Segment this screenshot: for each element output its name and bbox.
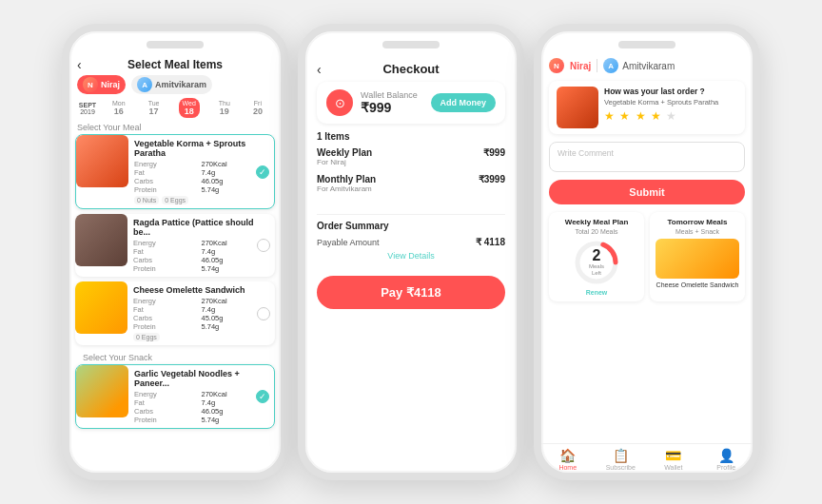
meal-checkbox-ragda[interactable]	[257, 239, 270, 252]
star-rating[interactable]: ★ ★ ★ ★ ★	[604, 109, 737, 123]
nav-wallet[interactable]: 💳 Wallet	[647, 448, 700, 471]
meal-plans-row: Weekly Meal Plan Total 20 Meals 2 Meals …	[549, 212, 745, 301]
meal-img-omelette	[75, 281, 127, 334]
star-4[interactable]: ★	[651, 109, 662, 123]
meal-section-label: Select Your Meal	[69, 120, 281, 134]
wallet-icon: ⊙	[326, 89, 353, 116]
nav-profile[interactable]: 👤 Profile	[700, 448, 754, 471]
subscribe-nav-label: Subscribe	[606, 464, 636, 471]
star-1[interactable]: ★	[604, 109, 616, 123]
order-summary: Order Summary Payable Amount ₹ 4118 View…	[317, 221, 505, 261]
meal-info-omelette: Cheese Omelette Sandwich Energy270Kcal F…	[127, 281, 275, 345]
home-user2[interactable]: A Amitvikaram	[603, 58, 675, 73]
wallet-section: ⊙ Wallet Balance ₹999 Add Money	[317, 82, 505, 124]
weekly-plan-for: For Niraj	[317, 158, 372, 166]
monthly-plan-price: ₹3999	[479, 174, 505, 184]
home-user1-name: Niraj	[570, 61, 591, 71]
view-details-link[interactable]: View Details	[317, 251, 505, 261]
meal-checkbox-korma[interactable]: ✓	[256, 165, 269, 179]
date-mon[interactable]: Mon 16	[108, 98, 129, 118]
subscribe-nav-icon: 📋	[613, 448, 629, 463]
star-2[interactable]: ★	[619, 109, 631, 123]
tomorrow-title: Tomorrow Meals	[668, 218, 728, 226]
star-3[interactable]: ★	[636, 109, 647, 123]
meal-checkbox-omelette[interactable]	[257, 307, 270, 320]
user-tabs: N Niraj A Amitvikaram	[69, 73, 281, 96]
niraj-label: Niraj	[101, 80, 120, 89]
comment-input[interactable]: Write Comment	[549, 142, 745, 172]
donut-text: 2 Meals Left	[585, 248, 609, 277]
home-user1[interactable]: Niraj	[570, 61, 591, 71]
nav-home[interactable]: 🏠 Home	[541, 448, 595, 471]
checkout-divider	[317, 214, 505, 215]
meal-screen-title: Select Meal Items	[127, 58, 223, 71]
user-tab-amitv[interactable]: A Amitvikaram	[131, 75, 212, 94]
back-button[interactable]: ‹	[77, 57, 82, 72]
add-money-button[interactable]: Add Money	[431, 93, 497, 112]
meal-card-korma[interactable]: Vegetable Korma + Sprouts Paratha Energy…	[75, 134, 275, 209]
snack-info-noodles: Garlic Vegetabl Noodles + Paneer... Ener…	[128, 365, 274, 428]
date-thu[interactable]: Thu 19	[215, 98, 234, 118]
screen-select-meal: ‹ Select Meal Items N Niraj A Amitvikara…	[69, 54, 281, 473]
meal-list: Vegetable Korma + Sprouts Paratha Energy…	[69, 134, 281, 473]
tomorrow-meal-name: Cheese Omelette Sandwich	[656, 281, 739, 288]
wallet-nav-icon: 💳	[665, 448, 681, 463]
weekly-plan-price: ₹999	[483, 147, 505, 158]
weekly-plan-card: Weekly Meal Plan Total 20 Meals 2 Meals …	[549, 212, 644, 301]
order-summary-title: Order Summary	[317, 221, 505, 231]
screen-checkout: ‹ Checkout ⊙ Wallet Balance ₹999 Add Mon…	[305, 54, 517, 473]
home-header: N Niraj A Amitvikaram	[541, 54, 753, 77]
last-order-card: How was your last order ? Vegetable Korm…	[549, 81, 745, 134]
date-fri[interactable]: Fri 20	[249, 98, 266, 118]
avatar-niraj: N	[83, 77, 98, 92]
meal-tags-omelette: 0 Eggs	[133, 333, 269, 341]
checkout-back-button[interactable]: ‹	[317, 62, 322, 77]
tomorrow-meal-image	[656, 239, 739, 279]
last-order-info: How was your last order ? Vegetable Korm…	[604, 87, 737, 128]
meal-header: ‹ Select Meal Items	[69, 54, 281, 73]
renew-link[interactable]: Renew	[586, 289, 608, 296]
date-tue[interactable]: Tue 17	[145, 98, 164, 118]
snack-checkbox-noodles[interactable]: ✓	[256, 390, 269, 403]
weekly-plan-subtitle: Total 20 Meals	[575, 228, 617, 235]
star-5[interactable]: ★	[666, 109, 677, 123]
profile-nav-icon: 👤	[718, 448, 734, 463]
home-user-divider	[597, 59, 597, 72]
submit-button[interactable]: Submit	[549, 180, 745, 204]
items-section: 1 Items Weekly Plan For Niraj ₹999 Month…	[317, 131, 505, 201]
screen-home: N Niraj A Amitvikaram How was your last …	[541, 54, 753, 473]
wallet-amount: ₹999	[361, 100, 423, 115]
month-label: SEPT 2019	[77, 102, 98, 115]
meal-info-ragda: Ragda Pattice (Pattice should be... Ener…	[127, 214, 275, 277]
wallet-label: Wallet Balance	[361, 90, 423, 100]
checkout-title: Checkout	[382, 62, 439, 76]
meal-img-korma	[76, 135, 128, 187]
meals-left-number: 2	[585, 248, 609, 263]
date-wed[interactable]: Wed 18	[179, 98, 200, 118]
home-nav-icon: 🏠	[559, 448, 576, 463]
monthly-plan-for: For Amitvikaram	[317, 184, 376, 193]
meal-tags-korma: 0 Nuts0 Eggs	[134, 196, 268, 204]
snack-card-noodles[interactable]: Garlic Vegetabl Noodles + Paneer... Ener…	[75, 364, 275, 429]
payable-row: Payable Amount ₹ 4118	[317, 237, 505, 247]
weekly-plan-item: Weekly Plan For Niraj ₹999	[317, 147, 505, 166]
wallet-nav-label: Wallet	[664, 464, 682, 471]
meal-card-omelette[interactable]: Cheese Omelette Sandwich Energy270Kcal F…	[75, 281, 275, 345]
meal-img-ragda	[75, 214, 127, 266]
last-order-item-name: Vegetable Korma + Sprouts Paratha	[604, 98, 737, 107]
payable-label: Payable Amount	[317, 238, 380, 247]
donut-chart: 2 Meals Left	[573, 239, 620, 286]
home-avatar-niraj: N	[549, 58, 564, 73]
monthly-plan-name: Monthly Plan	[317, 174, 376, 184]
phone-select-meal: ‹ Select Meal Items N Niraj A Amitvikara…	[62, 24, 288, 480]
bottom-nav: 🏠 Home 📋 Subscribe 💳 Wallet 👤 Profile	[541, 443, 753, 473]
pay-button[interactable]: Pay ₹4118	[317, 276, 505, 309]
meal-card-ragda[interactable]: Ragda Pattice (Pattice should be... Ener…	[75, 214, 275, 277]
payable-amount: ₹ 4118	[476, 237, 505, 247]
home-user2-name: Amitvikaram	[622, 61, 675, 71]
user-tab-niraj[interactable]: N Niraj	[77, 75, 126, 94]
nav-subscribe[interactable]: 📋 Subscribe	[595, 448, 648, 471]
monthly-plan-item: Monthly Plan For Amitvikaram ₹3999	[317, 174, 505, 193]
meals-left-label: Meals Left	[585, 263, 609, 277]
items-count: 1 Items	[317, 131, 505, 142]
